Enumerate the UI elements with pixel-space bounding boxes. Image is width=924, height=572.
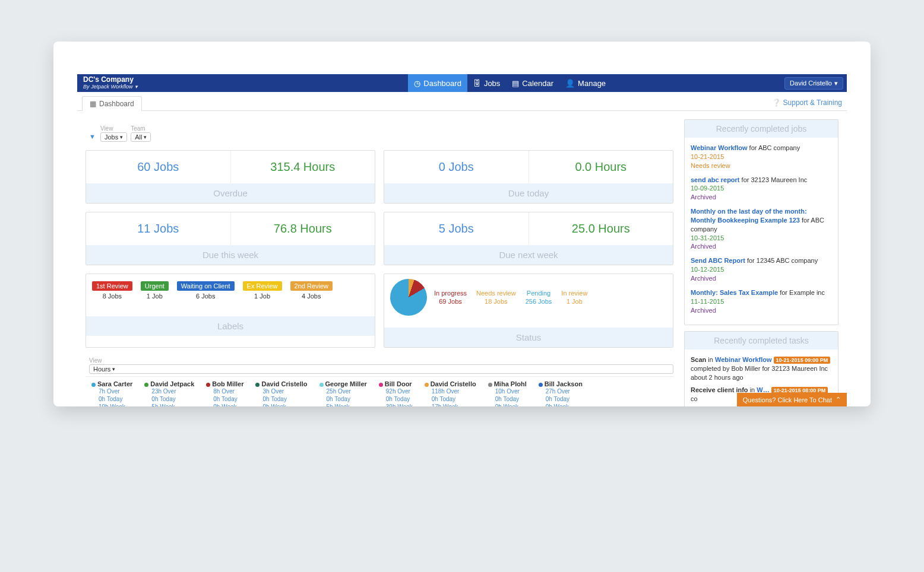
team-member[interactable]: David Cristello3h Over0h Today0h Week — [255, 380, 307, 406]
filter-icon[interactable]: ▼ — [89, 133, 96, 140]
color-dot-icon — [206, 383, 210, 387]
job-date: 11-11-2015 — [691, 298, 724, 305]
team-member[interactable]: Bob Miller8h Over0h Today0h Week — [206, 380, 243, 406]
label-pill: 1st Review — [92, 281, 132, 291]
color-dot-icon — [144, 383, 148, 387]
team-today: 0h Today — [144, 395, 194, 403]
status-name: In review — [561, 290, 587, 297]
team-member[interactable]: Bill Door92h Over0h Today39h Week — [379, 380, 413, 406]
recent-task-item[interactable]: Scan in Webinar Workflow 10-21-2015 09:0… — [691, 355, 832, 382]
filter-bar: ▼ View Jobs ▾ Team All ▾ — [89, 125, 673, 142]
card-due-today[interactable]: 0 Jobs 0.0 Hours Due today — [384, 150, 673, 204]
team-member[interactable]: David Jetpack23h Over0h Today5h Week — [144, 380, 194, 406]
caret-down-icon: ▾ — [112, 366, 115, 372]
label-pill: Ex Review — [243, 281, 282, 291]
help-icon: ❔ — [772, 98, 781, 107]
nextweek-jobs: 5 Jobs — [384, 212, 529, 245]
team-member[interactable]: Bill Jackson27h Over0h Today0h Week — [539, 380, 583, 406]
team-over: 118h Over — [425, 387, 476, 395]
brand: DC's Company By Jetpack Workflow▾ — [77, 75, 144, 91]
nav-manage[interactable]: 👤Manage — [559, 74, 612, 92]
label-count: 1 Job — [147, 293, 163, 300]
team-today: 0h Today — [91, 395, 132, 403]
label-item[interactable]: Ex Review1 Job — [243, 281, 282, 300]
status-item: Pending256 Jobs — [526, 290, 552, 305]
tab-dashboard[interactable]: ▦Dashboard — [82, 96, 142, 111]
label-item[interactable]: 2nd Review4 Jobs — [290, 281, 333, 300]
label-pill: Urgent — [141, 281, 169, 291]
card-labels: 1st Review8 JobsUrgent1 JobWaiting on Cl… — [86, 274, 375, 348]
team-today: 0h Today — [255, 395, 307, 403]
card-due-this-week[interactable]: 11 Jobs 76.8 Hours Due this week — [86, 212, 375, 265]
task-tail: completed by Bob Miller for 32123 Mauree… — [691, 365, 828, 381]
team-over: 25h Over — [319, 387, 367, 395]
job-link[interactable]: Send ABC Report — [691, 257, 745, 264]
team-week: 0h Week — [488, 403, 527, 406]
chat-button[interactable]: Questions? Click Here To Chat⌃ — [737, 393, 847, 406]
labels-title: Labels — [86, 316, 375, 336]
nav-jobs[interactable]: 🗄Jobs — [467, 74, 506, 92]
recent-job-item[interactable]: send abc report for 32123 Maureen Inc10-… — [691, 176, 832, 202]
team-today: 0h Today — [539, 395, 583, 403]
label-item[interactable]: Urgent1 Job — [141, 281, 169, 300]
team-member[interactable]: Miha Plohl10h Over0h Today0h Week — [488, 380, 527, 406]
team-over: 92h Over — [379, 387, 413, 395]
briefcase-icon: 🗄 — [473, 79, 481, 88]
week-title: Due this week — [86, 245, 375, 265]
support-link[interactable]: ❔Support & Training — [772, 98, 842, 110]
task-workflow-link[interactable]: Webinar Workflow — [715, 356, 772, 363]
job-date: 10-31-2015 — [691, 234, 724, 241]
job-link[interactable]: Monthly: Sales Tax Example — [691, 289, 778, 296]
tab-bar: ▦Dashboard ❔Support & Training — [77, 92, 847, 111]
card-due-next-week[interactable]: 5 Jobs 25.0 Hours Due next week — [384, 212, 673, 265]
team-week: 0h Week — [206, 403, 243, 406]
recent-job-item[interactable]: Webinar Workflow for ABC company10-21-20… — [691, 144, 832, 170]
recent-job-item[interactable]: Monthly on the last day of the month: Mo… — [691, 207, 832, 251]
team-member[interactable]: David Cristello118h Over0h Today17h Week — [425, 380, 476, 406]
label-item[interactable]: Waiting on Client6 Jobs — [177, 281, 235, 300]
team-today: 0h Today — [379, 395, 413, 403]
job-link[interactable]: send abc report — [691, 176, 740, 183]
label-item[interactable]: 1st Review8 Jobs — [92, 281, 132, 300]
card-overdue[interactable]: 60 Jobs 315.4 Hours Overdue — [86, 150, 375, 204]
user-menu[interactable]: David Cristello▾ — [784, 77, 843, 90]
job-status: Archived — [691, 275, 716, 282]
top-navbar: DC's Company By Jetpack Workflow▾ ◷Dashb… — [77, 74, 847, 92]
view2-select[interactable]: Hours ▾ — [89, 364, 673, 374]
team-week: 17h Week — [425, 403, 476, 406]
team-member[interactable]: Sara Carter7h Over0h Today10h Week — [91, 380, 132, 406]
team-today: 0h Today — [425, 395, 476, 403]
team-member[interactable]: George Miller25h Over0h Today5h Week — [319, 380, 367, 406]
company-name: DC's Company — [83, 76, 138, 84]
nav-dashboard[interactable]: ◷Dashboard — [408, 74, 467, 92]
job-for: for 12345 ABC company — [745, 257, 818, 264]
job-for: for Example inc — [778, 289, 825, 296]
overdue-hours: 315.4 Hours — [231, 151, 375, 183]
status-item: In progress69 Jobs — [434, 290, 467, 305]
job-status: Archived — [691, 243, 716, 250]
job-link[interactable]: Webinar Workflow — [691, 144, 748, 151]
recent-jobs-panel: Webinar Workflow for ABC company10-21-20… — [684, 138, 838, 325]
nav-calendar[interactable]: ▤Calendar — [506, 74, 559, 92]
recent-job-item[interactable]: Monthly: Sales Tax Example for Example i… — [691, 288, 832, 315]
week-jobs: 11 Jobs — [86, 212, 231, 245]
caret-down-icon[interactable]: ▾ — [135, 84, 138, 90]
job-date: 10-21-2015 — [691, 153, 724, 160]
team-over: 23h Over — [144, 387, 194, 395]
view-select[interactable]: Jobs ▾ — [100, 132, 127, 142]
today-hours: 0.0 Hours — [529, 151, 673, 183]
job-date: 10-09-2015 — [691, 185, 724, 192]
recent-job-item[interactable]: Send ABC Report for 12345 ABC company10-… — [691, 256, 832, 283]
team-member-name: Bob Miller — [212, 380, 243, 387]
color-dot-icon — [539, 383, 543, 387]
job-link[interactable]: Monthly on the last day of the month: Mo… — [691, 208, 807, 224]
team-over: 10h Over — [488, 387, 527, 395]
team-member-name: Miha Plohl — [494, 380, 527, 387]
status-name: Needs review — [476, 290, 516, 297]
job-status: Needs review — [691, 162, 730, 169]
label-count: 4 Jobs — [302, 293, 321, 300]
team-select[interactable]: All ▾ — [131, 132, 151, 142]
clock-icon: ◷ — [414, 79, 420, 88]
today-title: Due today — [384, 183, 673, 203]
team-today: 0h Today — [319, 395, 367, 403]
